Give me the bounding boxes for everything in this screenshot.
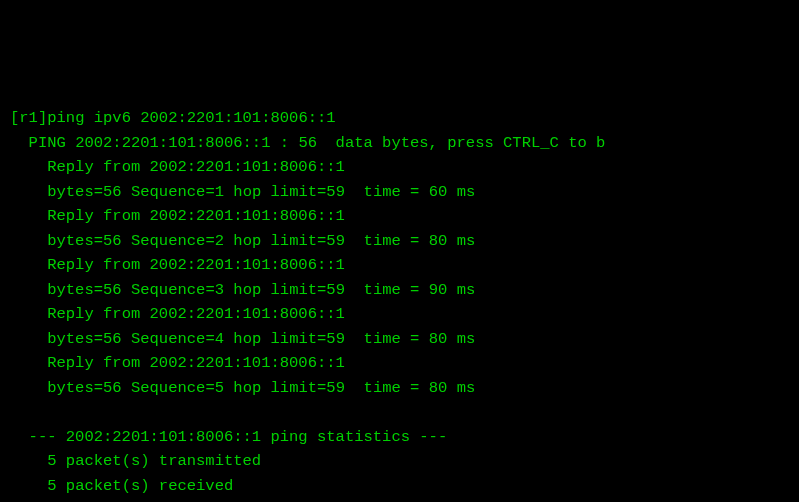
- hop-val: 59: [326, 330, 345, 348]
- seq-val: 3: [215, 281, 224, 299]
- bytes-label: bytes: [47, 330, 94, 348]
- ms-label: ms: [457, 330, 476, 348]
- reply-detail: bytes=56 Sequence=5 hop limit=59 time = …: [10, 379, 475, 397]
- ping-target: 2002:2201:101:8006::1: [75, 134, 270, 152]
- stats-tx-val: 5: [47, 452, 56, 470]
- bytes-label: bytes: [47, 379, 94, 397]
- seq-label: Sequence: [131, 232, 205, 250]
- reply-from-label: Reply from: [47, 256, 140, 274]
- seq-label: Sequence: [131, 281, 205, 299]
- reply-from: 2002:2201:101:8006::1: [150, 256, 345, 274]
- ping-after: data bytes, press CTRL_C to b: [336, 134, 606, 152]
- terminal-output: [r1]ping ipv6 2002:2201:101:8006::1 PING…: [10, 82, 789, 503]
- stats-target: 2002:2201:101:8006::1: [66, 428, 261, 446]
- hop-val: 59: [326, 183, 345, 201]
- reply-from: 2002:2201:101:8006::1: [150, 305, 345, 323]
- prompt-host: r1: [19, 109, 38, 127]
- ping-header: PING 2002:2201:101:8006::1 : 56 data byt…: [10, 134, 605, 152]
- bytes-label: bytes: [47, 232, 94, 250]
- bytes-val: 56: [103, 330, 122, 348]
- ms-label: ms: [457, 281, 476, 299]
- time-val: 60: [429, 183, 448, 201]
- reply-detail: bytes=56 Sequence=2 hop limit=59 time = …: [10, 232, 475, 250]
- reply-from: 2002:2201:101:8006::1: [150, 158, 345, 176]
- bytes-val: 56: [103, 379, 122, 397]
- ms-label: ms: [457, 232, 476, 250]
- hop-label: hop limit: [233, 379, 317, 397]
- stats-rx-label: packet(s) received: [66, 477, 233, 495]
- reply-line: Reply from 2002:2201:101:8006::1: [10, 354, 345, 372]
- time-val: 80: [429, 330, 448, 348]
- seq-val: 5: [215, 379, 224, 397]
- reply-detail: bytes=56 Sequence=1 hop limit=59 time = …: [10, 183, 475, 201]
- seq-label: Sequence: [131, 183, 205, 201]
- prompt-line: [r1]ping ipv6 2002:2201:101:8006::1: [10, 109, 336, 127]
- hop-val: 59: [326, 379, 345, 397]
- reply-detail: bytes=56 Sequence=3 hop limit=59 time = …: [10, 281, 475, 299]
- hop-label: hop limit: [233, 330, 317, 348]
- seq-val: 1: [215, 183, 224, 201]
- reply-detail: bytes=56 Sequence=4 hop limit=59 time = …: [10, 330, 475, 348]
- ping-label: PING: [29, 134, 66, 152]
- hop-label: hop limit: [233, 232, 317, 250]
- prompt-command: ping ipv6 2002:2201:101:8006::1: [47, 109, 335, 127]
- reply-line: Reply from 2002:2201:101:8006::1: [10, 207, 345, 225]
- ping-size: 56: [298, 134, 317, 152]
- seq-val: 2: [215, 232, 224, 250]
- time-label: time: [364, 330, 401, 348]
- time-val: 80: [429, 232, 448, 250]
- blank-line: [10, 403, 19, 421]
- hop-val: 59: [326, 281, 345, 299]
- reply-line: Reply from 2002:2201:101:8006::1: [10, 256, 345, 274]
- ms-label: ms: [457, 183, 476, 201]
- bytes-val: 56: [103, 183, 122, 201]
- bytes-label: bytes: [47, 281, 94, 299]
- time-label: time: [364, 379, 401, 397]
- reply-line: Reply from 2002:2201:101:8006::1: [10, 158, 345, 176]
- ms-label: ms: [457, 379, 476, 397]
- stats-title: ping statistics: [270, 428, 410, 446]
- bytes-val: 56: [103, 281, 122, 299]
- hop-label: hop limit: [233, 183, 317, 201]
- reply-from-label: Reply from: [47, 207, 140, 225]
- stats-received: 5 packet(s) received: [10, 477, 233, 495]
- reply-from-label: Reply from: [47, 305, 140, 323]
- seq-label: Sequence: [131, 379, 205, 397]
- seq-val: 4: [215, 330, 224, 348]
- hop-val: 59: [326, 232, 345, 250]
- time-label: time: [364, 183, 401, 201]
- time-val: 80: [429, 379, 448, 397]
- stats-tx-label: packet(s) transmitted: [66, 452, 261, 470]
- stats-transmitted: 5 packet(s) transmitted: [10, 452, 261, 470]
- bytes-val: 56: [103, 232, 122, 250]
- time-label: time: [364, 232, 401, 250]
- reply-from: 2002:2201:101:8006::1: [150, 354, 345, 372]
- reply-from-label: Reply from: [47, 158, 140, 176]
- time-label: time: [364, 281, 401, 299]
- stats-rx-val: 5: [47, 477, 56, 495]
- stats-header: --- 2002:2201:101:8006::1 ping statistic…: [10, 428, 447, 446]
- seq-label: Sequence: [131, 330, 205, 348]
- hop-label: hop limit: [233, 281, 317, 299]
- time-val: 90: [429, 281, 448, 299]
- bytes-label: bytes: [47, 183, 94, 201]
- reply-from: 2002:2201:101:8006::1: [150, 207, 345, 225]
- reply-line: Reply from 2002:2201:101:8006::1: [10, 305, 345, 323]
- reply-from-label: Reply from: [47, 354, 140, 372]
